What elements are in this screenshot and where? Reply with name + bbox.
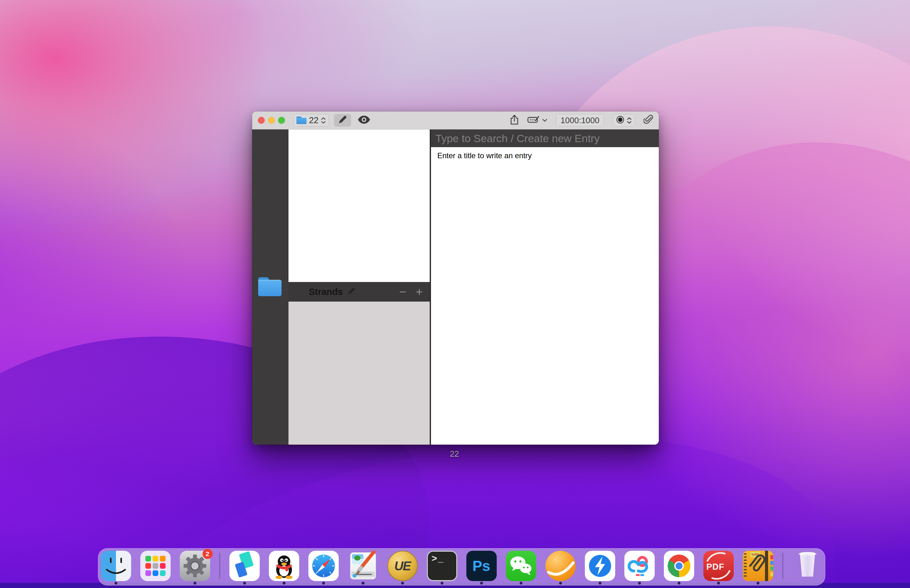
search-input[interactable]: Type to Search / Create new Entry [431,129,659,147]
pdf-expert-icon: PDF [703,551,734,581]
sidebar-folder-item[interactable] [258,277,282,296]
attachment-button[interactable] [644,115,653,126]
running-indicator [677,582,680,585]
ratio-field[interactable]: 1000:1000 [556,114,604,127]
app-window: 22 [252,111,659,445]
fisheye-icon [616,116,624,125]
pencil-icon [338,115,347,126]
titlebar-right-controls: 1000:1000 [510,114,653,127]
dock-item-lemon-cleaner[interactable] [546,551,576,585]
dock-item-chrome[interactable] [664,551,694,585]
qq-penguin-icon [269,551,299,581]
running-indicator [520,582,522,585]
desktop-file-label[interactable]: 22 [445,449,464,459]
baidu-netdisk-icon [624,551,655,581]
paperclip-icon [644,120,653,126]
running-indicator [598,582,601,585]
journal-notebook-icon: ToDo [743,551,773,581]
ultraedit-letters: UE [394,559,411,573]
strands-header: Strands − + [288,282,430,302]
close-button[interactable] [258,117,265,124]
edit-mode-button[interactable] [334,114,351,127]
dock-item-system-settings[interactable]: 2 [180,551,210,585]
terminal-prompt: >_ [432,554,444,564]
dock-item-terminal[interactable]: >_ [427,551,457,585]
notification-badge: 2 [202,549,213,559]
dock-item-drive-paint[interactable] [348,551,378,585]
running-indicator [559,582,562,585]
notebook-sidebar [252,129,288,445]
window-content: Strands − + Type to Search / Create new … [252,129,659,445]
remove-strand-button[interactable]: − [399,286,406,298]
running-indicator [440,582,443,585]
dock-separator [782,552,783,579]
dock-item-finder[interactable] [101,551,131,585]
middle-column: Strands − + [288,129,430,445]
add-strand-button[interactable]: + [416,286,423,298]
dock-separator [219,552,220,579]
up-down-chevrons-icon [321,117,326,124]
notebook-selector-value: 22 [309,116,319,125]
traffic-lights [258,117,285,124]
photoshop-icon: Ps [466,551,497,581]
terminal-icon: >_ [427,551,457,581]
dock-item-thunder[interactable] [585,551,615,585]
finder-icon [101,551,131,581]
rename-strands-button[interactable] [347,287,355,297]
dock-item-wechat[interactable] [506,551,536,585]
strands-actions: − + [399,286,423,298]
entry-column: Type to Search / Create new Entry Enter … [431,129,659,445]
share-icon [510,121,519,126]
top-panel[interactable] [288,129,430,282]
strands-title: Strands [309,287,343,297]
dock-item-journal[interactable]: ToDo [743,551,773,585]
running-indicator [638,582,641,585]
preview-button[interactable] [356,114,372,127]
photoshop-letters: Ps [472,557,490,574]
dock-item-baidu-netdisk[interactable] [624,551,655,585]
running-indicator [717,582,720,585]
rename-field-icon [527,115,539,125]
pencil-icon [347,291,355,296]
rename-menu-button[interactable] [527,115,547,125]
chrome-icon [664,551,694,581]
dock-item-safari[interactable] [308,551,339,585]
strands-list-panel[interactable] [288,302,430,445]
running-indicator [322,582,325,585]
running-indicator [401,582,404,585]
dock-item-qq[interactable] [269,551,299,585]
minimize-button[interactable] [268,117,275,124]
lemon-cleaner-icon [546,551,576,581]
share-button[interactable] [510,114,519,126]
window-titlebar: 22 [252,111,659,129]
dock-item-processon[interactable] [229,551,260,585]
running-indicator [114,582,117,585]
zoom-button[interactable] [278,117,285,124]
running-indicator [243,582,246,585]
running-indicator [193,582,196,585]
wechat-icon [506,551,536,581]
entry-editor[interactable]: Enter a title to write an entry [431,147,659,445]
dock-item-pdf-expert[interactable]: PDF [703,551,734,585]
dock-item-ultraedit[interactable]: UE [387,551,418,585]
chevron-down-icon [542,118,547,123]
ratio-value: 1000:1000 [560,116,599,125]
ultraedit-icon: UE [387,551,418,581]
running-indicator [756,582,759,585]
dock-item-launchpad[interactable] [140,551,171,585]
drive-paint-icon [348,551,378,581]
editor-placeholder: Enter a title to write an entry [437,151,532,160]
notebook-selector-dropdown[interactable]: 22 [293,114,329,127]
dock-item-photoshop[interactable]: Ps [466,551,497,585]
folder-icon [296,116,306,124]
dock: 2 [98,548,825,585]
running-indicator [480,582,483,585]
dock-item-trash[interactable] [792,551,823,585]
search-placeholder: Type to Search / Create new Entry [436,132,600,145]
running-indicator [361,582,364,585]
eye-icon [358,116,370,125]
thunder-lightning-icon [585,551,615,581]
pdf-letters: PDF [706,562,725,572]
fisheye-stepper[interactable] [613,114,635,127]
safari-compass-icon [308,551,339,581]
